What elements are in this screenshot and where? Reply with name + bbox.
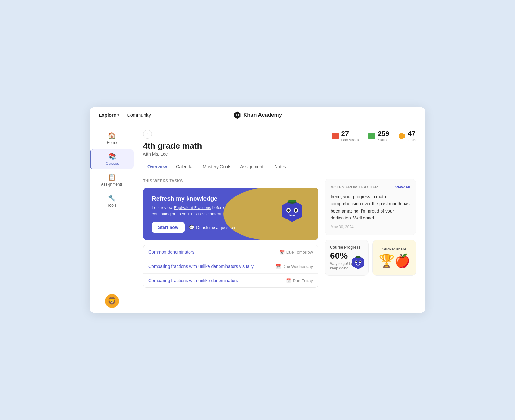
units-value: 47 <box>408 130 415 138</box>
nav-left: Explore ▾ Community <box>99 112 151 118</box>
sidebar: 🏠 Home 📚 Classes 📋 Assignments 🔧 Tools 🦁 <box>90 123 134 313</box>
streak-icon <box>332 133 339 139</box>
stat-skills: 259 Skills <box>368 130 389 142</box>
assignment-item-2[interactable]: Comparing fractions with unlike denomina… <box>143 274 318 287</box>
units-icon <box>398 133 405 139</box>
calendar-icon-1: 📅 <box>276 264 281 269</box>
calendar-icon-2: 📅 <box>286 278 291 283</box>
notes-title: NOTES FROM TEACHER <box>331 185 378 189</box>
stat-streak: 27 Day streak <box>332 130 359 142</box>
svg-point-11 <box>355 261 357 262</box>
assignments-icon: 📋 <box>108 173 116 181</box>
site-logo: Khan Academy <box>233 111 282 119</box>
assignment-name-2: Comparing fractions with unlike denomina… <box>148 278 238 283</box>
sidebar-label-classes: Classes <box>106 161 119 166</box>
stat-units: 47 Units <box>398 130 416 142</box>
course-title-section: ‹ 4th grade math with Ms. Lee <box>143 130 332 157</box>
explore-label: Explore <box>99 112 116 118</box>
desc-link[interactable]: Equivalent Fractions <box>174 205 211 210</box>
tab-mastery-goals[interactable]: Mastery Goals <box>198 162 236 172</box>
sticker-title: Sticker share <box>382 247 406 251</box>
user-avatar[interactable]: 🦁 <box>105 294 119 308</box>
sidebar-item-assignments[interactable]: 📋 Assignments <box>90 170 134 190</box>
left-panel: THIS WEEKS TASKS <box>143 179 318 288</box>
svg-marker-0 <box>399 133 405 139</box>
skills-label: Skills <box>378 138 389 142</box>
stat-streak-content: 27 Day streak <box>341 130 359 142</box>
svg-point-13 <box>356 256 361 258</box>
sidebar-label-tools: Tools <box>107 203 116 207</box>
calendar-icon-0: 📅 <box>280 250 285 255</box>
explore-menu[interactable]: Explore ▾ <box>99 112 119 118</box>
tab-notes[interactable]: Notes <box>270 162 291 172</box>
tab-calendar[interactable]: Calendar <box>171 162 198 172</box>
assignment-list: Common denominators 📅 Due Tomorrow Compa… <box>143 245 318 288</box>
sticker-share-card: Sticker share 🏆🍎 <box>372 240 416 276</box>
tab-overview[interactable]: Overview <box>143 162 171 172</box>
back-icon: ‹ <box>147 132 148 137</box>
task-highlight-card: Refresh my knowledge Lets review Equival… <box>143 188 318 240</box>
notes-content: Irene, your progress in math comprehensi… <box>331 193 410 222</box>
khan-academy-logo-icon <box>233 111 241 119</box>
ask-question-button[interactable]: 💬 Or ask me a question <box>189 225 235 230</box>
task-card-desc: Lets review Equivalent Fractions before … <box>152 205 240 217</box>
progress-card-title: Course Progress <box>330 245 363 250</box>
main-layout: 🏠 Home 📚 Classes 📋 Assignments 🔧 Tools 🦁 <box>90 123 425 313</box>
skills-value: 259 <box>378 130 389 138</box>
task-card-title: Refresh my knowledge <box>152 195 309 202</box>
tools-icon: 🔧 <box>108 194 116 202</box>
start-now-button[interactable]: Start now <box>152 222 185 233</box>
assignment-due-2: 📅 Due Friday <box>286 278 313 283</box>
task-card-actions: Start now 💬 Or ask me a question <box>152 222 309 233</box>
notes-date: May 30, 2024 <box>331 225 410 229</box>
assignment-item-0[interactable]: Common denominators 📅 Due Tomorrow <box>143 245 318 259</box>
chevron-down-icon: ▾ <box>117 113 119 117</box>
notes-header: NOTES FROM TEACHER View all <box>331 185 410 189</box>
back-button[interactable]: ‹ <box>143 130 152 139</box>
svg-point-12 <box>359 261 361 262</box>
right-panel: NOTES FROM TEACHER View all Irene, your … <box>325 179 416 288</box>
tasks-section-title: THIS WEEKS TASKS <box>143 179 318 183</box>
chat-icon: 💬 <box>189 225 194 230</box>
skills-icon <box>368 133 375 139</box>
tab-assignments[interactable]: Assignments <box>236 162 270 172</box>
streak-value: 27 <box>341 130 349 138</box>
units-label: Units <box>408 138 416 142</box>
bottom-cards: Course Progress 60% Way to go! Let's kee… <box>325 240 416 276</box>
course-header: ‹ 4th grade math with Ms. Lee 27 Day str… <box>134 123 425 157</box>
course-stats: 27 Day streak 259 Skills <box>332 130 416 142</box>
stat-units-content: 47 Units <box>408 130 416 142</box>
browser-window: Explore ▾ Community Khan Academy 🏠 Home … <box>90 107 425 313</box>
course-progress-card: Course Progress 60% Way to go! Let's kee… <box>325 240 369 276</box>
home-icon: 🏠 <box>108 132 116 139</box>
main-content: ‹ 4th grade math with Ms. Lee 27 Day str… <box>134 123 425 313</box>
ask-label: Or ask me a question <box>196 225 235 230</box>
desc-before: Lets review <box>152 205 174 210</box>
classes-icon: 📚 <box>109 152 116 160</box>
stat-skills-content: 259 Skills <box>378 130 389 142</box>
task-card-content: Refresh my knowledge Lets review Equival… <box>152 195 309 233</box>
sidebar-item-classes[interactable]: 📚 Classes <box>90 149 134 169</box>
content-body: THIS WEEKS TASKS <box>134 172 425 294</box>
sidebar-item-tools[interactable]: 🔧 Tools <box>90 191 134 211</box>
assignment-item-1[interactable]: Comparing fractions with unlike denomina… <box>143 259 318 274</box>
avatar-emoji: 🦁 <box>108 297 116 305</box>
assignment-due-1: 📅 Due Wednesday <box>276 264 313 269</box>
course-subtitle: with Ms. Lee <box>143 151 332 157</box>
sidebar-label-home: Home <box>107 140 117 145</box>
notes-from-teacher-card: NOTES FROM TEACHER View all Irene, your … <box>325 179 416 235</box>
assignment-name-0: Common denominators <box>148 250 195 255</box>
site-name: Khan Academy <box>243 112 282 118</box>
sidebar-label-assignments: Assignments <box>101 182 123 187</box>
sidebar-item-home[interactable]: 🏠 Home <box>90 128 134 148</box>
community-link[interactable]: Community <box>127 112 151 118</box>
assignment-name-1: Comparing fractions with unlike denomina… <box>148 264 254 269</box>
streak-label: Day streak <box>341 138 359 142</box>
course-tabs: Overview Calendar Mastery Goals Assignme… <box>134 157 425 172</box>
progress-mascot-icon <box>351 255 366 273</box>
view-all-button[interactable]: View all <box>395 185 410 189</box>
sticker-image: 🏆🍎 <box>379 253 410 268</box>
top-nav: Explore ▾ Community Khan Academy <box>90 107 425 123</box>
course-title: 4th grade math <box>143 141 332 151</box>
assignment-due-0: 📅 Due Tomorrow <box>280 250 313 255</box>
